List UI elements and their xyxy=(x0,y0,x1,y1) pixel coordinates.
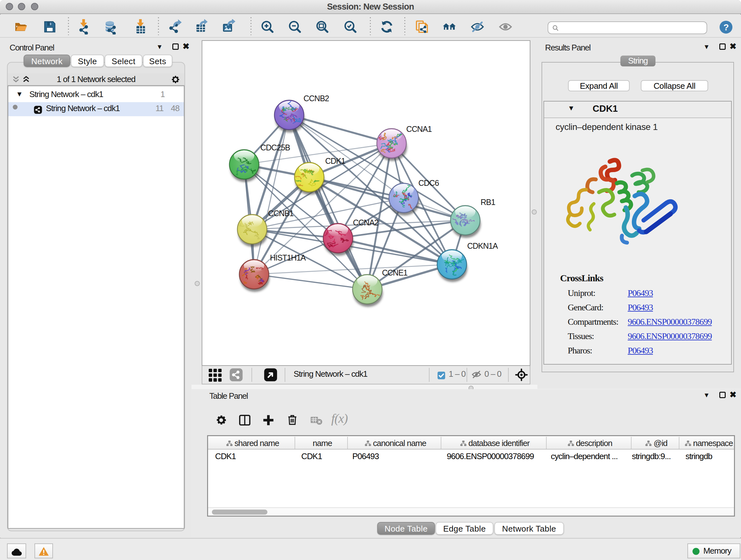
svg-text:CCNE1: CCNE1 xyxy=(382,268,408,277)
svg-text:CCNA1: CCNA1 xyxy=(406,125,432,133)
svg-text:CDKN1A: CDKN1A xyxy=(467,241,498,250)
svg-text:RB1: RB1 xyxy=(481,198,495,206)
svg-text:CDC6: CDC6 xyxy=(418,179,439,187)
svg-text:CCNB2: CCNB2 xyxy=(304,94,329,103)
svg-text:CDC25B: CDC25B xyxy=(260,143,290,152)
svg-text:HIST1H1A: HIST1H1A xyxy=(270,253,306,262)
svg-text:?: ? xyxy=(724,22,729,32)
svg-text:CDK1: CDK1 xyxy=(325,157,345,165)
svg-text:CCNB1: CCNB1 xyxy=(268,209,293,218)
svg-text:CCNA2: CCNA2 xyxy=(353,218,379,227)
